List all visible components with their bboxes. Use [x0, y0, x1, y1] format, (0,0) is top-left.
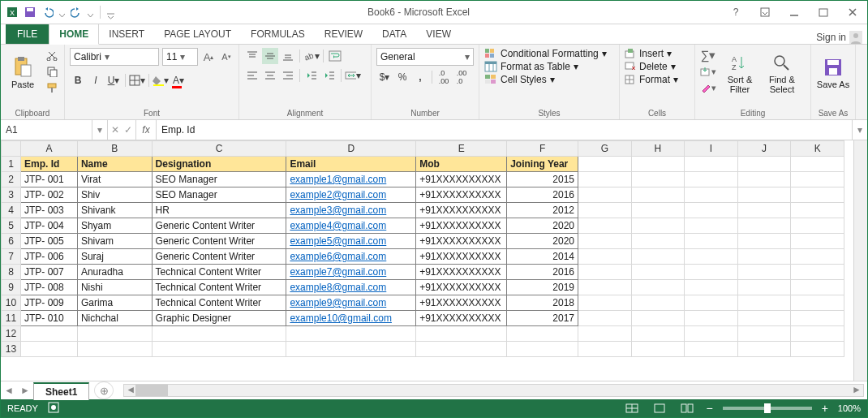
merge-center-icon[interactable]: ▾ — [345, 67, 361, 84]
cell-empty[interactable] — [631, 218, 685, 234]
macro-record-icon[interactable] — [48, 402, 59, 415]
insert-cells-button[interactable]: Insert▾ — [625, 48, 672, 59]
page-layout-view-icon[interactable] — [651, 402, 668, 415]
zoom-in-icon[interactable]: + — [822, 402, 828, 415]
cell-empty[interactable] — [631, 342, 685, 357]
decrease-decimal-icon[interactable]: .00.0 — [453, 69, 470, 85]
col-header-G[interactable]: G — [578, 141, 632, 157]
tab-home[interactable]: HOME — [49, 24, 99, 45]
cell-empty[interactable] — [631, 187, 685, 203]
cell-F7[interactable]: 2014 — [507, 249, 578, 265]
email-link[interactable]: example10@gmail.com — [290, 312, 392, 324]
email-link[interactable]: example5@gmail.com — [290, 235, 386, 247]
cell-empty[interactable] — [578, 218, 632, 234]
cell-empty[interactable] — [737, 342, 791, 357]
cell-empty[interactable] — [737, 157, 791, 172]
cell-empty[interactable] — [737, 234, 791, 249]
sheet-nav-prev-icon[interactable]: ◄ — [1, 382, 17, 399]
scroll-left-icon[interactable]: ◄ — [126, 384, 135, 395]
tab-formulas[interactable]: FORMULAS — [241, 24, 315, 44]
cell-empty[interactable] — [685, 203, 738, 218]
col-header-E[interactable]: E — [416, 141, 507, 157]
cell-empty[interactable] — [152, 326, 286, 342]
cell-empty[interactable] — [737, 280, 791, 295]
cell-empty[interactable] — [286, 326, 416, 342]
row-header-5[interactable]: 5 — [2, 218, 21, 234]
wrap-text-icon[interactable] — [327, 48, 343, 64]
cell-B6[interactable]: Shivam — [77, 234, 152, 249]
tab-file[interactable]: FILE — [6, 24, 49, 44]
cell-E2[interactable]: +91XXXXXXXXXX — [416, 172, 507, 187]
cell-empty[interactable] — [791, 187, 844, 203]
cell-C1[interactable]: Designation — [152, 157, 286, 172]
cell-E10[interactable]: +91XXXXXXXXXX — [416, 295, 507, 311]
copy-icon[interactable] — [45, 64, 59, 79]
col-header-K[interactable]: K — [791, 141, 844, 157]
cell-B3[interactable]: Shiv — [77, 187, 152, 203]
email-link[interactable]: example2@gmail.com — [290, 189, 386, 200]
cell-empty[interactable] — [791, 249, 844, 265]
horizontal-scrollbar[interactable]: ◄► — [123, 384, 864, 397]
fill-icon[interactable]: ▾ — [700, 64, 716, 79]
cell-D8[interactable]: example7@gmail.com — [286, 265, 416, 280]
col-header-J[interactable]: J — [737, 141, 791, 157]
cell-D3[interactable]: example2@gmail.com — [286, 187, 416, 203]
cell-empty[interactable] — [578, 203, 632, 218]
cell-empty[interactable] — [791, 342, 844, 357]
cell-empty[interactable] — [578, 234, 632, 249]
minimize-icon[interactable] — [783, 4, 806, 20]
cell-E3[interactable]: +91XXXXXXXXXX — [416, 187, 507, 203]
cell-empty[interactable] — [20, 326, 77, 342]
cell-A8[interactable]: JTP- 007 — [20, 265, 77, 280]
redo-dropdown-icon[interactable] — [88, 10, 93, 15]
underline-icon[interactable]: U▾ — [105, 72, 122, 88]
cell-D11[interactable]: example10@gmail.com — [286, 311, 416, 326]
col-header-A[interactable]: A — [20, 141, 77, 157]
cell-A9[interactable]: JTP- 008 — [20, 280, 77, 295]
email-link[interactable]: example6@gmail.com — [290, 251, 386, 262]
cell-empty[interactable] — [578, 157, 632, 172]
cell-empty[interactable] — [631, 172, 685, 187]
undo-dropdown-icon[interactable] — [59, 10, 65, 15]
cell-empty[interactable] — [631, 280, 685, 295]
cell-F2[interactable]: 2015 — [507, 172, 578, 187]
align-bottom-icon[interactable] — [280, 48, 296, 64]
page-break-view-icon[interactable] — [678, 402, 696, 415]
bold-icon[interactable]: B — [70, 72, 86, 88]
cell-empty[interactable] — [791, 326, 844, 342]
sign-in-link[interactable]: Sign in — [816, 31, 867, 44]
row-header-12[interactable]: 12 — [2, 326, 21, 342]
cell-F3[interactable]: 2016 — [507, 187, 578, 203]
cell-empty[interactable] — [631, 249, 685, 265]
row-header-9[interactable]: 9 — [2, 280, 21, 295]
cell-E4[interactable]: +91XXXXXXXXXX — [416, 203, 507, 218]
cell-B9[interactable]: Nishi — [77, 280, 152, 295]
format-painter-icon[interactable] — [45, 80, 59, 95]
cell-empty[interactable] — [737, 311, 791, 326]
cell-F1[interactable]: Joining Year — [507, 157, 578, 172]
cell-empty[interactable] — [152, 342, 286, 357]
row-header-7[interactable]: 7 — [2, 249, 21, 265]
italic-icon[interactable]: I — [88, 72, 104, 88]
cell-empty[interactable] — [631, 157, 685, 172]
cell-empty[interactable] — [685, 326, 738, 342]
cell-empty[interactable] — [791, 234, 844, 249]
row-header-3[interactable]: 3 — [2, 187, 21, 203]
tab-data[interactable]: DATA — [372, 24, 416, 44]
cell-empty[interactable] — [685, 311, 738, 326]
vertical-scrollbar[interactable] — [853, 140, 867, 381]
cell-C10[interactable]: Technical Content Writer — [152, 295, 286, 311]
cell-empty[interactable] — [578, 249, 632, 265]
tab-view[interactable]: VIEW — [416, 24, 461, 44]
cell-empty[interactable] — [737, 295, 791, 311]
orientation-icon[interactable]: ab▾ — [303, 48, 320, 64]
cell-empty[interactable] — [631, 234, 685, 249]
cell-empty[interactable] — [791, 157, 844, 172]
cell-empty[interactable] — [578, 342, 632, 357]
cell-empty[interactable] — [685, 234, 738, 249]
add-sheet-button[interactable]: ⊕ — [94, 381, 114, 399]
row-header-4[interactable]: 4 — [2, 203, 21, 218]
increase-decimal-icon[interactable]: .0.00 — [436, 69, 452, 85]
col-header-F[interactable]: F — [507, 141, 578, 157]
cell-A5[interactable]: JTP- 004 — [20, 218, 77, 234]
